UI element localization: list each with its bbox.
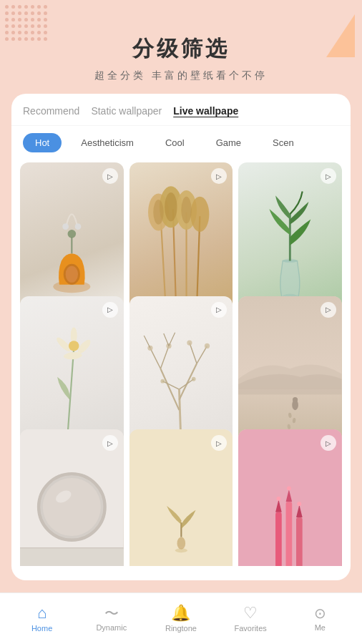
svg-point-69 (175, 549, 187, 553)
page-header: 分级筛选 超全分类 丰富的壁纸看个不停 (0, 0, 362, 94)
nav-dynamic-label: Dynamic (96, 623, 127, 632)
svg-point-42 (147, 345, 152, 350)
tab-static[interactable]: Static wallpaper (91, 105, 162, 117)
svg-point-78 (287, 487, 291, 491)
page-subtitle: 超全分类 丰富的壁纸看个不停 (14, 69, 348, 82)
svg-point-44 (187, 340, 192, 345)
ringtone-icon: 🔔 (171, 605, 190, 621)
svg-line-49 (163, 333, 168, 346)
nav-me-label: Me (315, 623, 326, 632)
svg-line-35 (179, 364, 197, 400)
svg-line-39 (197, 346, 207, 364)
svg-rect-75 (296, 517, 303, 566)
svg-point-47 (191, 376, 195, 381)
wallpaper-item-2[interactable]: ▷ (129, 162, 233, 318)
wallpaper-item-3[interactable]: ▷ (238, 162, 342, 318)
play-icon-1: ▷ (102, 168, 118, 184)
svg-point-4 (66, 266, 78, 283)
svg-line-50 (169, 332, 175, 346)
svg-rect-71 (275, 512, 282, 566)
svg-rect-65 (20, 549, 124, 566)
svg-point-1 (75, 223, 82, 230)
play-icon-6: ▷ (321, 302, 336, 318)
svg-point-17 (165, 192, 177, 222)
nav-ringtone[interactable]: 🔔 Ringtone (160, 605, 202, 633)
svg-point-79 (298, 502, 302, 507)
svg-point-0 (62, 223, 69, 230)
wallpaper-grid: ▷ (11, 160, 351, 566)
wallpaper-item-5[interactable]: ▷ (129, 296, 233, 452)
home-icon: ⌂ (37, 605, 47, 621)
svg-line-38 (190, 343, 197, 364)
category-aestheticism[interactable]: Aestheticism (69, 133, 146, 152)
category-game[interactable]: Game (204, 133, 253, 152)
favorites-icon: ♡ (243, 605, 258, 621)
bottom-navigation: ⌂ Home 〜 Dynamic 🔔 Ringtone ♡ Favorites … (0, 592, 362, 644)
nav-home[interactable]: ⌂ Home (21, 605, 64, 633)
svg-point-32 (69, 341, 79, 351)
svg-point-46 (160, 379, 165, 383)
svg-point-67 (177, 537, 185, 550)
category-hot[interactable]: Hot (23, 133, 62, 152)
wallpaper-item-4[interactable]: ▷ (20, 296, 124, 452)
category-scene[interactable]: Scen (260, 133, 306, 152)
category-cool[interactable]: Cool (153, 133, 197, 152)
svg-line-48 (144, 336, 150, 348)
play-icon-7: ▷ (102, 435, 118, 451)
svg-line-34 (160, 369, 179, 410)
main-card: Recommend Static wallpaper Live wallpape… (11, 94, 351, 580)
wallpaper-item-8[interactable]: ▷ (129, 429, 233, 566)
dynamic-icon: 〜 (104, 606, 119, 620)
svg-point-77 (277, 497, 281, 501)
nav-favorites-label: Favorites (235, 624, 267, 633)
svg-point-53 (293, 397, 298, 402)
play-icon-3: ▷ (321, 168, 336, 184)
svg-point-30 (66, 352, 82, 358)
wallpaper-item-7[interactable]: ▷ (20, 429, 124, 566)
svg-line-40 (162, 381, 179, 389)
tab-navigation: Recommend Static wallpaper Live wallpape (11, 94, 351, 126)
play-icon-5: ▷ (211, 302, 227, 318)
svg-point-15 (190, 197, 209, 232)
decorative-dots (4, 4, 49, 42)
play-icon-4: ▷ (102, 302, 118, 318)
page-title: 分级筛选 (14, 34, 348, 64)
nav-favorites[interactable]: ♡ Favorites (229, 605, 272, 633)
svg-point-45 (205, 343, 210, 348)
svg-line-36 (150, 348, 160, 369)
svg-point-62 (43, 478, 101, 536)
nav-home-label: Home (31, 624, 52, 633)
svg-line-37 (160, 346, 169, 369)
wallpaper-item-6[interactable]: ▷ (238, 296, 342, 452)
svg-line-41 (179, 379, 193, 389)
wallpaper-item-9[interactable]: ▷ (238, 429, 342, 566)
svg-rect-73 (286, 502, 293, 566)
svg-point-6 (68, 230, 77, 238)
nav-dynamic[interactable]: 〜 Dynamic (90, 606, 133, 632)
svg-point-16 (153, 200, 163, 225)
nav-me[interactable]: ⊙ Me (298, 606, 341, 632)
me-icon: ⊙ (314, 606, 326, 620)
tab-live[interactable]: Live wallpape (173, 105, 238, 117)
nav-ringtone-label: Ringtone (165, 624, 197, 633)
wallpaper-item-1[interactable]: ▷ (20, 162, 124, 318)
category-navigation: Hot Aestheticism Cool Game Scen (11, 126, 351, 160)
svg-point-18 (181, 197, 191, 224)
tab-recommend[interactable]: Recommend (23, 105, 79, 117)
